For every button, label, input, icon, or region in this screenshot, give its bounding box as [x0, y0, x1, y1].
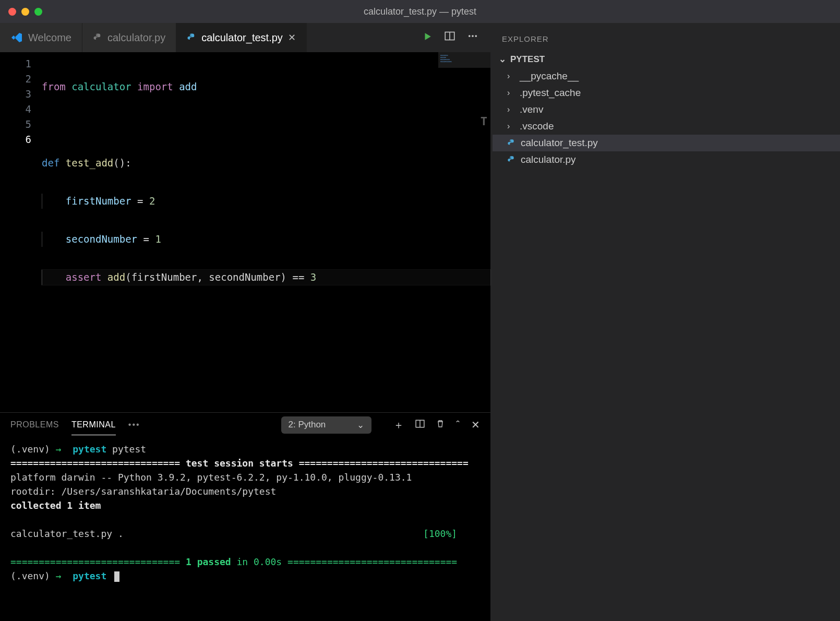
- tree-item-label: .vscode: [520, 121, 554, 132]
- code-line: [42, 117, 490, 133]
- panel-more-tabs[interactable]: •••: [128, 420, 140, 429]
- maximize-window-button[interactable]: [34, 8, 42, 16]
- python-icon: [93, 33, 102, 42]
- tree-item-label: __pycache__: [520, 70, 579, 82]
- svg-point-4: [475, 35, 477, 37]
- line-number: 1: [0, 56, 31, 71]
- chevron-down-icon: ⌄: [357, 420, 364, 431]
- bottom-panel: PROBLEMS TERMINAL ••• 2: Python ⌄ ＋ ˆ: [0, 412, 490, 621]
- code-editor[interactable]: 1 2 3 4 5 6 from calculator import add d…: [0, 52, 490, 412]
- code-area[interactable]: from calculator import add def test_add(…: [42, 52, 490, 412]
- maximize-panel-button[interactable]: ˆ: [456, 419, 460, 431]
- svg-point-2: [469, 35, 471, 37]
- type-hint-overlay: T: [481, 115, 487, 128]
- close-tab-icon[interactable]: ✕: [288, 32, 296, 43]
- explorer-sidebar: EXPLORER ⌄ PYTEST › __pycache__ › .pytes…: [490, 23, 840, 621]
- tab-calculator-test[interactable]: calculator_test.py ✕: [176, 23, 307, 52]
- tree-item-label: .pytest_cache: [520, 87, 581, 99]
- split-terminal-button[interactable]: [415, 419, 425, 431]
- tree-file-calculator-test[interactable]: calculator_test.py: [493, 135, 840, 151]
- chevron-right-icon: ›: [507, 88, 514, 98]
- new-terminal-button[interactable]: ＋: [393, 418, 404, 432]
- minimap[interactable]: ■■■■■■■■■■■■■■■■■■■■■■■■■■■■■■■■■■■■: [438, 52, 490, 68]
- line-number-gutter: 1 2 3 4 5 6: [0, 52, 42, 412]
- terminal-cursor: [114, 571, 119, 582]
- terminal-selector-label: 2: Python: [289, 420, 326, 430]
- tree-folder-pycache[interactable]: › __pycache__: [493, 68, 840, 85]
- split-editor-button[interactable]: [445, 31, 455, 44]
- tab-calculator[interactable]: calculator.py: [82, 23, 176, 52]
- window-title: calculator_test.py — pytest: [364, 6, 476, 17]
- vscode-icon: [10, 31, 23, 44]
- tab-label: Welcome: [28, 32, 71, 44]
- tree-folder-venv[interactable]: › .venv: [493, 101, 840, 118]
- python-icon: [507, 139, 515, 147]
- line-number: 5: [0, 117, 31, 132]
- editor-tabbar: Welcome calculator.py calculator_test.py…: [0, 23, 490, 52]
- tree-item-label: calculator.py: [521, 154, 576, 165]
- line-number: 3: [0, 87, 31, 102]
- window-controls: [8, 8, 42, 16]
- line-number: 4: [0, 102, 31, 117]
- titlebar: calculator_test.py — pytest: [0, 0, 840, 23]
- python-icon: [187, 33, 196, 42]
- chevron-down-icon: ⌄: [499, 54, 506, 65]
- tree-item-label: .venv: [520, 104, 543, 115]
- line-number: 6: [0, 132, 31, 147]
- code-line: def test_add():: [42, 156, 490, 171]
- code-line: from calculator import add: [42, 79, 490, 94]
- terminal-selector[interactable]: 2: Python ⌄: [281, 416, 372, 434]
- minimize-window-button[interactable]: [21, 8, 29, 16]
- line-number: 2: [0, 71, 31, 87]
- terminal-output[interactable]: (.venv) → pytest pytest ================…: [0, 437, 490, 621]
- tab-welcome[interactable]: Welcome: [0, 23, 82, 52]
- tree-item-label: calculator_test.py: [521, 137, 598, 149]
- chevron-right-icon: ›: [507, 105, 514, 114]
- panel-tabbar: PROBLEMS TERMINAL ••• 2: Python ⌄ ＋ ˆ: [0, 413, 490, 437]
- file-tree: ⌄ PYTEST › __pycache__ › .pytest_cache ›…: [490, 51, 840, 168]
- more-actions-button[interactable]: [467, 31, 478, 44]
- tab-label: calculator.py: [107, 32, 165, 44]
- chevron-right-icon: ›: [507, 122, 514, 131]
- code-line: secondNumber = 1: [42, 232, 490, 247]
- panel-tab-problems[interactable]: PROBLEMS: [10, 415, 59, 435]
- kill-terminal-button[interactable]: [436, 419, 445, 431]
- editor-column: Welcome calculator.py calculator_test.py…: [0, 23, 490, 621]
- tree-root-label: PYTEST: [510, 54, 545, 65]
- close-panel-button[interactable]: ✕: [471, 419, 480, 431]
- tab-label: calculator_test.py: [201, 32, 283, 44]
- code-line: firstNumber = 2: [42, 194, 490, 209]
- chevron-right-icon: ›: [507, 71, 514, 81]
- svg-point-3: [472, 35, 474, 37]
- explorer-title: EXPLORER: [490, 34, 840, 51]
- editor-toolbar: [423, 23, 490, 52]
- tree-file-calculator[interactable]: calculator.py: [493, 151, 840, 168]
- python-icon: [507, 156, 515, 164]
- close-window-button[interactable]: [8, 8, 16, 16]
- run-button[interactable]: [423, 31, 432, 44]
- main-area: Welcome calculator.py calculator_test.py…: [0, 23, 840, 621]
- tree-root[interactable]: ⌄ PYTEST: [493, 51, 840, 68]
- tree-folder-pytest-cache[interactable]: › .pytest_cache: [493, 85, 840, 101]
- code-line: assert add(firstNumber, secondNumber) ==…: [42, 270, 490, 285]
- panel-tab-terminal[interactable]: TERMINAL: [71, 415, 116, 435]
- tree-folder-vscode[interactable]: › .vscode: [493, 118, 840, 135]
